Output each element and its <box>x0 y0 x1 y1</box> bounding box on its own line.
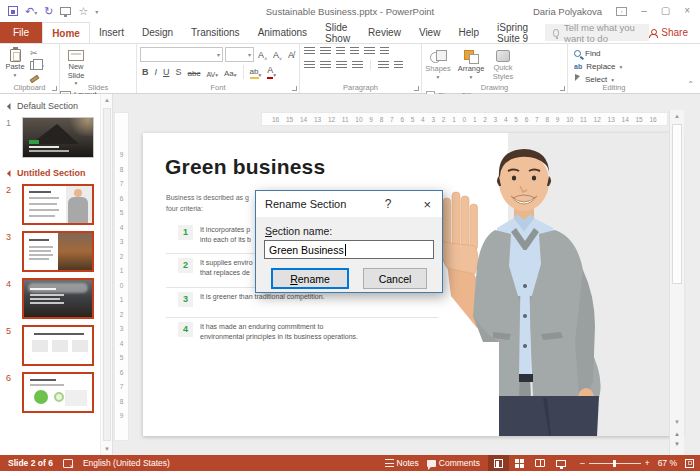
reading-view-button[interactable] <box>530 455 551 471</box>
undo-icon[interactable]: ↶▾ <box>25 6 37 17</box>
find-button[interactable]: Find <box>568 47 660 60</box>
section-name-input[interactable]: Green Business <box>264 240 434 259</box>
tab-file[interactable]: File <box>0 22 42 43</box>
spellcheck-icon[interactable] <box>63 459 73 468</box>
fit-to-window-icon[interactable] <box>685 459 694 468</box>
align-right-icon[interactable] <box>336 61 347 70</box>
line-spacing-icon[interactable] <box>364 47 375 56</box>
zoom-in-button[interactable]: + <box>645 458 650 468</box>
highlight-color-button[interactable]: ab▾ <box>248 64 264 79</box>
dialog-help-button[interactable]: ? <box>385 197 392 211</box>
slide-intro-text[interactable]: Business is described as gfour criteria: <box>166 193 249 214</box>
slide-thumbnail-5[interactable] <box>22 325 94 366</box>
slide-thumbnail-1[interactable] <box>22 117 94 158</box>
clear-formatting-button[interactable]: A̸ <box>286 47 296 62</box>
redo-icon[interactable]: ↻ <box>44 6 53 17</box>
tab-slide-show[interactable]: Slide Show <box>316 22 359 43</box>
text-shadow-button[interactable]: S <box>174 64 184 79</box>
zoom-slider[interactable] <box>589 463 641 464</box>
zoom-out-button[interactable]: – <box>580 458 585 468</box>
dialog-title-bar[interactable]: Rename Section ? × <box>256 191 442 217</box>
paragraph-dialog-launcher[interactable] <box>414 86 419 91</box>
share-button[interactable]: Share <box>649 22 700 43</box>
section-collapse-icon[interactable] <box>7 102 14 109</box>
minimize-button[interactable]: – <box>641 6 647 16</box>
strikethrough-button[interactable]: abc <box>186 64 203 79</box>
slide-title[interactable]: Green business <box>165 155 325 179</box>
new-slide-button[interactable]: New Slide ▾ <box>61 46 91 84</box>
section-collapse-icon[interactable] <box>7 169 14 176</box>
thumbnail-panel-scrollbar[interactable]: ▲ ▼ <box>100 94 113 455</box>
italic-button[interactable]: I <box>153 64 160 79</box>
clipboard-dialog-launcher[interactable] <box>52 86 57 91</box>
dialog-close-button[interactable]: × <box>423 197 431 212</box>
decrease-indent-icon[interactable] <box>336 47 345 56</box>
tab-animations[interactable]: Animations <box>249 22 316 43</box>
rename-button[interactable]: Rename <box>271 268 349 289</box>
slide-scrollbar[interactable]: ▲ ▼ ▲ ▼ <box>669 110 684 455</box>
tab-view[interactable]: View <box>410 22 450 43</box>
customize-qat-icon[interactable]: ▾ <box>95 8 98 15</box>
drawing-dialog-launcher[interactable] <box>560 86 565 91</box>
font-dialog-launcher[interactable] <box>292 86 297 91</box>
tab-home[interactable]: Home <box>42 22 90 43</box>
bold-button[interactable]: B <box>140 64 151 79</box>
maximize-button[interactable]: ▢ <box>661 6 670 16</box>
tab-design[interactable]: Design <box>133 22 182 43</box>
shrink-font-button[interactable]: A˅ <box>271 47 284 62</box>
align-left-icon[interactable] <box>304 61 315 70</box>
scroll-down-icon[interactable]: ▼ <box>102 446 112 452</box>
change-case-button[interactable]: Aa▾ <box>222 64 239 79</box>
slide-sorter-view-button[interactable] <box>509 455 530 471</box>
tab-review[interactable]: Review <box>359 22 410 43</box>
arrange-button[interactable]: Arrange ▾ <box>455 46 487 84</box>
align-center-icon[interactable] <box>320 61 331 70</box>
star-icon[interactable]: ☆ <box>78 6 88 17</box>
font-name-combobox[interactable]: ▾ <box>140 47 223 62</box>
scroll-up-icon[interactable]: ▲ <box>102 97 112 103</box>
tab-insert[interactable]: Insert <box>90 22 133 43</box>
close-button[interactable]: × <box>684 6 690 16</box>
slide-thumbnail-2[interactable] <box>22 184 94 225</box>
section-header-default-section[interactable]: Default Section <box>0 94 100 114</box>
comments-button[interactable]: Comments <box>427 458 480 468</box>
font-color-button[interactable]: A▾ <box>265 64 278 79</box>
text-direction-icon[interactable] <box>380 47 389 56</box>
character-spacing-button[interactable]: AV▾ <box>204 64 220 79</box>
collapse-ribbon-icon[interactable]: ⌃ <box>687 80 694 89</box>
columns-icon[interactable] <box>378 61 389 70</box>
tab-transitions[interactable]: Transitions <box>182 22 249 43</box>
font-size-combobox[interactable]: ▾ <box>225 47 254 62</box>
cancel-button[interactable]: Cancel <box>363 268 427 289</box>
zoom-level[interactable]: 67 % <box>658 458 677 468</box>
justify-icon[interactable] <box>352 61 363 70</box>
notes-button[interactable]: Notes <box>385 458 419 468</box>
tab-ispring-suite-9[interactable]: iSpring Suite 9 <box>488 22 537 43</box>
slideshow-view-button[interactable] <box>551 455 572 471</box>
bullets-icon[interactable] <box>304 47 315 56</box>
copy-button[interactable]: ▾ <box>30 60 44 71</box>
slide-thumbnail-6[interactable] <box>22 372 94 413</box>
ribbon-display-options-icon[interactable]: ↑ <box>616 7 627 16</box>
normal-view-button[interactable] <box>488 455 509 471</box>
scroll-down-icon[interactable]: ▼ <box>670 419 684 425</box>
numbering-icon[interactable] <box>320 47 331 56</box>
tab-help[interactable]: Help <box>449 22 488 43</box>
scroll-up-icon[interactable]: ▲ <box>670 113 684 119</box>
underline-button[interactable]: U <box>161 64 172 79</box>
replace-button[interactable]: abReplace▾ <box>568 60 660 73</box>
shapes-button[interactable]: Shapes ▾ <box>423 46 453 84</box>
save-icon[interactable] <box>8 6 18 16</box>
slide-thumbnail-4[interactable] <box>22 278 94 319</box>
paste-button[interactable]: Paste ▾ <box>1 46 29 84</box>
convert-smartart-icon[interactable] <box>394 61 403 70</box>
cut-button[interactable]: ✂ <box>30 47 44 58</box>
start-presentation-icon[interactable] <box>60 7 71 15</box>
next-slide-icon[interactable]: ▼ <box>670 441 684 447</box>
tellme-box[interactable]: Tell me what you want to do <box>545 24 649 41</box>
language-indicator[interactable]: English (United States) <box>83 458 170 468</box>
increase-indent-icon[interactable] <box>350 47 359 56</box>
previous-slide-icon[interactable]: ▲ <box>670 431 684 437</box>
section-header-untitled-section[interactable]: Untitled Section <box>0 161 100 181</box>
quick-styles-button[interactable]: Quick Styles <box>489 46 517 84</box>
